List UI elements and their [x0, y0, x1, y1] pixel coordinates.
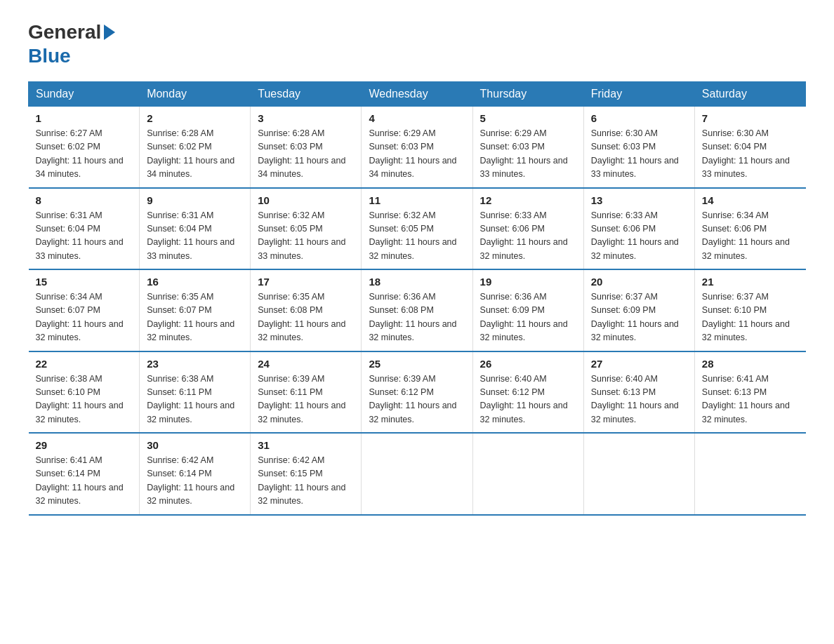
calendar-cell: 27Sunrise: 6:40 AMSunset: 6:13 PMDayligh… — [583, 351, 694, 434]
day-info: Sunrise: 6:38 AMSunset: 6:11 PMDaylight:… — [147, 373, 243, 427]
day-number: 27 — [591, 358, 687, 370]
calendar-cell: 10Sunrise: 6:32 AMSunset: 6:05 PMDayligh… — [251, 188, 362, 270]
logo-general: General — [28, 21, 101, 43]
calendar-cell: 3Sunrise: 6:28 AMSunset: 6:03 PMDaylight… — [251, 107, 362, 188]
logo-triangle-icon — [104, 25, 115, 40]
day-info: Sunrise: 6:35 AMSunset: 6:08 PMDaylight:… — [258, 290, 354, 345]
day-number: 2 — [147, 112, 243, 124]
day-number: 17 — [258, 276, 354, 288]
day-info: Sunrise: 6:30 AMSunset: 6:03 PMDaylight:… — [591, 127, 687, 182]
day-info: Sunrise: 6:28 AMSunset: 6:03 PMDaylight:… — [258, 127, 354, 182]
day-number: 22 — [36, 358, 133, 370]
day-info: Sunrise: 6:39 AMSunset: 6:12 PMDaylight:… — [369, 373, 465, 427]
day-number: 16 — [147, 276, 243, 288]
calendar-cell: 17Sunrise: 6:35 AMSunset: 6:08 PMDayligh… — [251, 269, 362, 351]
day-info: Sunrise: 6:27 AMSunset: 6:02 PMDaylight:… — [36, 127, 133, 182]
calendar-cell: 13Sunrise: 6:33 AMSunset: 6:06 PMDayligh… — [583, 188, 694, 270]
calendar-cell: 5Sunrise: 6:29 AMSunset: 6:03 PMDaylight… — [472, 107, 583, 188]
calendar-cell: 21Sunrise: 6:37 AMSunset: 6:10 PMDayligh… — [694, 269, 805, 351]
day-number: 1 — [36, 112, 133, 124]
page-header: General Blue — [28, 21, 806, 67]
day-number: 4 — [369, 112, 465, 124]
day-number: 30 — [147, 439, 243, 451]
day-info: Sunrise: 6:32 AMSunset: 6:05 PMDaylight:… — [258, 209, 354, 264]
calendar-header: SundayMondayTuesdayWednesdayThursdayFrid… — [29, 82, 806, 107]
calendar-cell: 24Sunrise: 6:39 AMSunset: 6:11 PMDayligh… — [251, 351, 362, 434]
week-row-1: 1Sunrise: 6:27 AMSunset: 6:02 PMDaylight… — [29, 107, 806, 188]
day-info: Sunrise: 6:31 AMSunset: 6:04 PMDaylight:… — [147, 209, 243, 264]
header-row: SundayMondayTuesdayWednesdayThursdayFrid… — [29, 82, 806, 107]
day-info: Sunrise: 6:33 AMSunset: 6:06 PMDaylight:… — [591, 209, 687, 264]
header-day-thursday: Thursday — [472, 82, 583, 107]
calendar-cell: 19Sunrise: 6:36 AMSunset: 6:09 PMDayligh… — [472, 269, 583, 351]
day-number: 18 — [369, 276, 465, 288]
calendar-cell: 1Sunrise: 6:27 AMSunset: 6:02 PMDaylight… — [29, 107, 140, 188]
calendar-cell: 26Sunrise: 6:40 AMSunset: 6:12 PMDayligh… — [472, 351, 583, 434]
day-info: Sunrise: 6:28 AMSunset: 6:02 PMDaylight:… — [147, 127, 243, 182]
day-info: Sunrise: 6:36 AMSunset: 6:09 PMDaylight:… — [480, 290, 576, 345]
calendar-cell: 20Sunrise: 6:37 AMSunset: 6:09 PMDayligh… — [583, 269, 694, 351]
day-number: 29 — [36, 439, 133, 451]
calendar-cell: 29Sunrise: 6:41 AMSunset: 6:14 PMDayligh… — [29, 433, 140, 515]
calendar-cell — [694, 433, 805, 515]
week-row-2: 8Sunrise: 6:31 AMSunset: 6:04 PMDaylight… — [29, 188, 806, 270]
week-row-4: 22Sunrise: 6:38 AMSunset: 6:10 PMDayligh… — [29, 351, 806, 434]
day-number: 11 — [369, 194, 465, 206]
day-info: Sunrise: 6:37 AMSunset: 6:09 PMDaylight:… — [591, 290, 687, 345]
calendar-cell: 28Sunrise: 6:41 AMSunset: 6:13 PMDayligh… — [694, 351, 805, 434]
day-info: Sunrise: 6:41 AMSunset: 6:13 PMDaylight:… — [702, 373, 799, 427]
day-info: Sunrise: 6:40 AMSunset: 6:13 PMDaylight:… — [591, 373, 687, 427]
calendar-cell: 14Sunrise: 6:34 AMSunset: 6:06 PMDayligh… — [694, 188, 805, 270]
day-number: 12 — [480, 194, 576, 206]
header-day-sunday: Sunday — [29, 82, 140, 107]
calendar-cell: 25Sunrise: 6:39 AMSunset: 6:12 PMDayligh… — [362, 351, 472, 434]
day-info: Sunrise: 6:40 AMSunset: 6:12 PMDaylight:… — [480, 373, 576, 427]
day-number: 6 — [591, 112, 687, 124]
calendar-cell: 16Sunrise: 6:35 AMSunset: 6:07 PMDayligh… — [140, 269, 251, 351]
day-info: Sunrise: 6:42 AMSunset: 6:15 PMDaylight:… — [258, 454, 354, 509]
calendar-cell: 7Sunrise: 6:30 AMSunset: 6:04 PMDaylight… — [694, 107, 805, 188]
day-info: Sunrise: 6:38 AMSunset: 6:10 PMDaylight:… — [36, 373, 133, 427]
calendar-cell: 30Sunrise: 6:42 AMSunset: 6:14 PMDayligh… — [140, 433, 251, 515]
day-number: 20 — [591, 276, 687, 288]
day-info: Sunrise: 6:42 AMSunset: 6:14 PMDaylight:… — [147, 454, 243, 509]
day-info: Sunrise: 6:34 AMSunset: 6:06 PMDaylight:… — [702, 209, 799, 264]
calendar-cell: 2Sunrise: 6:28 AMSunset: 6:02 PMDaylight… — [140, 107, 251, 188]
calendar-cell: 6Sunrise: 6:30 AMSunset: 6:03 PMDaylight… — [583, 107, 694, 188]
day-number: 26 — [480, 358, 576, 370]
calendar-cell: 11Sunrise: 6:32 AMSunset: 6:05 PMDayligh… — [362, 188, 472, 270]
day-number: 25 — [369, 358, 465, 370]
calendar-cell: 8Sunrise: 6:31 AMSunset: 6:04 PMDaylight… — [29, 188, 140, 270]
day-info: Sunrise: 6:33 AMSunset: 6:06 PMDaylight:… — [480, 209, 576, 264]
day-info: Sunrise: 6:30 AMSunset: 6:04 PMDaylight:… — [702, 127, 799, 182]
day-number: 31 — [258, 439, 354, 451]
calendar-cell: 12Sunrise: 6:33 AMSunset: 6:06 PMDayligh… — [472, 188, 583, 270]
week-row-3: 15Sunrise: 6:34 AMSunset: 6:07 PMDayligh… — [29, 269, 806, 351]
day-number: 15 — [36, 276, 133, 288]
day-number: 23 — [147, 358, 243, 370]
day-number: 28 — [702, 358, 799, 370]
day-info: Sunrise: 6:41 AMSunset: 6:14 PMDaylight:… — [36, 454, 133, 509]
day-info: Sunrise: 6:32 AMSunset: 6:05 PMDaylight:… — [369, 209, 465, 264]
calendar-cell — [583, 433, 694, 515]
logo: General Blue — [28, 21, 115, 67]
calendar-table: SundayMondayTuesdayWednesdayThursdayFrid… — [28, 81, 806, 516]
header-day-tuesday: Tuesday — [251, 82, 362, 107]
day-number: 13 — [591, 194, 687, 206]
day-number: 24 — [258, 358, 354, 370]
day-number: 7 — [702, 112, 799, 124]
calendar-cell: 4Sunrise: 6:29 AMSunset: 6:03 PMDaylight… — [362, 107, 472, 188]
calendar-cell — [472, 433, 583, 515]
day-number: 19 — [480, 276, 576, 288]
header-day-friday: Friday — [583, 82, 694, 107]
day-info: Sunrise: 6:36 AMSunset: 6:08 PMDaylight:… — [369, 290, 465, 345]
day-number: 5 — [480, 112, 576, 124]
day-number: 10 — [258, 194, 354, 206]
header-day-monday: Monday — [140, 82, 251, 107]
day-info: Sunrise: 6:29 AMSunset: 6:03 PMDaylight:… — [480, 127, 576, 182]
logo-blue: Blue — [28, 45, 71, 67]
week-row-5: 29Sunrise: 6:41 AMSunset: 6:14 PMDayligh… — [29, 433, 806, 515]
day-info: Sunrise: 6:35 AMSunset: 6:07 PMDaylight:… — [147, 290, 243, 345]
calendar-cell: 15Sunrise: 6:34 AMSunset: 6:07 PMDayligh… — [29, 269, 140, 351]
day-number: 21 — [702, 276, 799, 288]
